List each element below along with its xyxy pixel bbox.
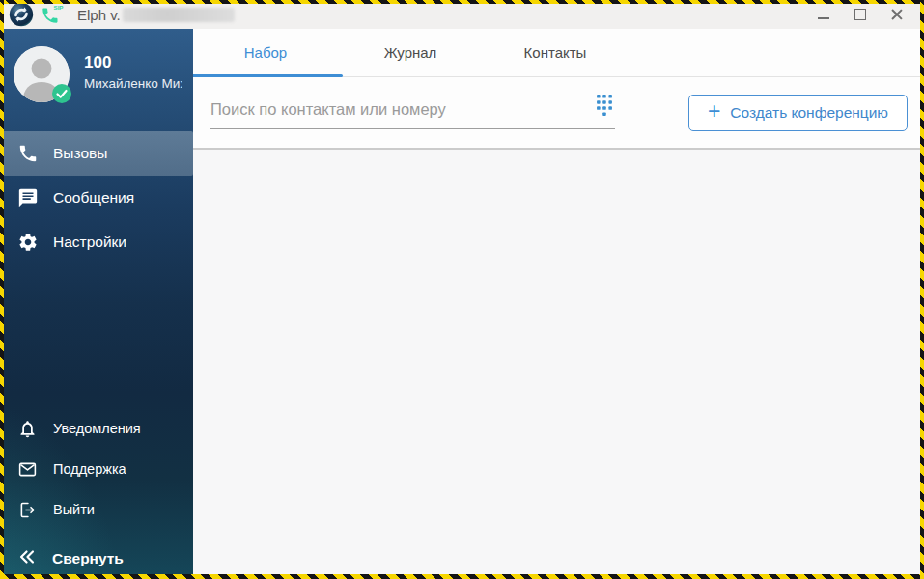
sidebar-item-logout[interactable]: Выйти: [0, 489, 193, 530]
tab-contacts[interactable]: Контакты: [483, 29, 628, 76]
search-input[interactable]: [210, 93, 615, 129]
sidebar-item-label: Поддержка: [53, 461, 126, 477]
active-tab-underline: [193, 74, 343, 77]
sidebar-item-notifications[interactable]: Уведомления: [0, 408, 193, 449]
sidebar-main-menu: Вызовы Сообщения Настройки: [0, 131, 193, 264]
maximize-button[interactable]: [847, 3, 874, 26]
app-logo-icon: [9, 2, 34, 27]
sidebar-item-messages[interactable]: Сообщения: [0, 176, 193, 220]
svg-text:SIP: SIP: [54, 4, 64, 11]
search-field: [210, 93, 615, 129]
sip-phone-icon: SIP: [41, 3, 66, 26]
main-panel: Набор Журнал Контакты: [193, 29, 924, 579]
app-window: SIP Elph v.: [0, 0, 924, 579]
minimize-icon: [818, 17, 829, 19]
gear-icon: [16, 232, 39, 254]
sidebar-item-calls[interactable]: Вызовы: [0, 131, 193, 176]
check-icon: [52, 84, 71, 103]
minimize-button[interactable]: [810, 3, 837, 26]
mail-icon: [16, 458, 39, 481]
create-conference-label: Создать конференцию: [730, 104, 888, 122]
bell-icon: [16, 418, 39, 440]
profile-name: Михайленко Михаи…: [84, 76, 182, 91]
window-title: Elph v.: [77, 7, 121, 23]
tab-dialer[interactable]: Набор: [193, 29, 338, 76]
maximize-icon: [854, 9, 866, 20]
phone-icon: [16, 143, 39, 165]
close-icon: [890, 8, 904, 21]
logout-icon: [16, 499, 39, 521]
sidebar-collapse-button[interactable]: Свернуть: [0, 538, 193, 579]
sidebar-item-label: Сообщения: [53, 189, 134, 207]
create-conference-button[interactable]: + Создать конференцию: [688, 95, 908, 131]
window-title-version-redacted: [123, 8, 235, 22]
collapse-label: Свернуть: [52, 550, 124, 567]
search-row: + Создать конференцию: [193, 77, 924, 148]
tab-bar: Набор Журнал Контакты: [193, 29, 924, 77]
sidebar: 100 Михайленко Михаи… Вызовы Сообщения: [0, 29, 193, 579]
user-profile[interactable]: 100 Михайленко Михаи…: [0, 29, 193, 120]
close-button[interactable]: [883, 3, 910, 26]
chat-icon: [16, 187, 39, 209]
sidebar-item-label: Вызовы: [53, 145, 107, 162]
profile-text: 100 Михайленко Михаи…: [84, 53, 182, 120]
double-chevron-left-icon: [16, 546, 38, 571]
online-status-badge: [52, 84, 71, 103]
avatar: [14, 46, 70, 102]
empty-content-area: [193, 150, 924, 579]
profile-extension: 100: [84, 53, 182, 72]
titlebar: SIP Elph v.: [0, 0, 924, 29]
sidebar-item-label: Уведомления: [53, 421, 141, 436]
tab-label: Набор: [244, 44, 287, 61]
plus-icon: +: [708, 100, 720, 123]
sidebar-item-label: Настройки: [53, 234, 126, 251]
tab-journal[interactable]: Журнал: [338, 29, 483, 76]
sidebar-item-settings[interactable]: Настройки: [0, 220, 193, 264]
sidebar-item-label: Выйти: [53, 502, 95, 517]
tab-label: Контакты: [524, 44, 587, 61]
sidebar-footer-menu: Уведомления Поддержка Выйти: [0, 408, 193, 530]
tab-label: Журнал: [384, 44, 437, 61]
sidebar-item-support[interactable]: Поддержка: [0, 449, 193, 489]
dialpad-icon[interactable]: [597, 95, 612, 120]
window-controls: [810, 3, 916, 26]
